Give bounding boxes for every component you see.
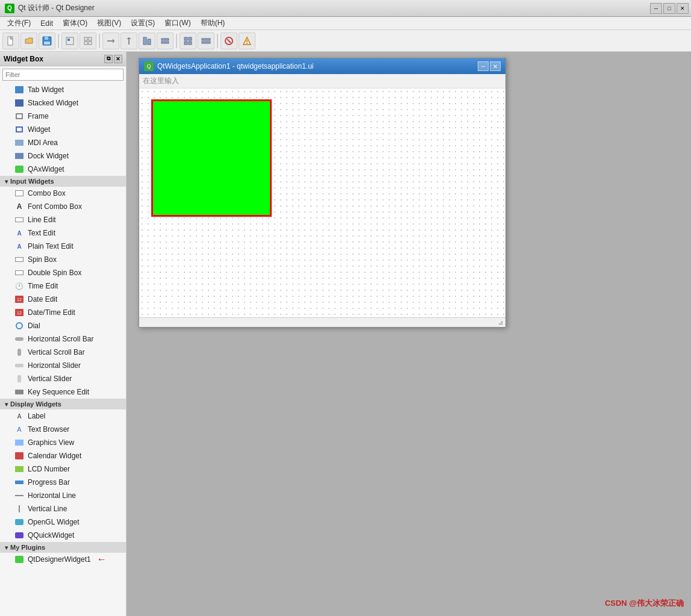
- widget-item-frame[interactable]: Frame: [0, 110, 126, 123]
- category-display-widgets[interactable]: Display Widgets: [0, 399, 126, 409]
- widget-item-datetime-edit[interactable]: 12 Date/Time Edit: [0, 306, 126, 319]
- toolbar-btn5[interactable]: [80, 33, 96, 49]
- widget-item-text-edit[interactable]: A Text Edit: [0, 226, 126, 240]
- menu-window[interactable]: 窗口(W): [160, 17, 195, 30]
- menu-settings[interactable]: 设置(S): [126, 17, 160, 30]
- toolbar-btn4[interactable]: [61, 33, 78, 49]
- widget-item-font-combo-box[interactable]: A Font Combo Box: [0, 200, 126, 213]
- widget-item-horizontal-line[interactable]: Horizontal Line: [0, 489, 126, 502]
- widget-item-horizontal-slider[interactable]: Horizontal Slider: [0, 359, 126, 372]
- widget-item-vertical-slider[interactable]: Vertical Slider: [0, 372, 126, 385]
- toolbar-new[interactable]: [2, 33, 19, 49]
- canvas-area: Q QtWidgetsApplication1 - qtwidgetsappli…: [127, 52, 691, 616]
- toolbar-btn13[interactable]: [239, 33, 255, 49]
- toolbar-btn9[interactable]: [157, 33, 174, 49]
- svg-rect-23: [202, 42, 210, 43]
- toolbar-btn6[interactable]: [102, 33, 119, 49]
- menu-file[interactable]: 文件(F): [2, 17, 36, 30]
- widget-item-label[interactable]: A Label: [0, 409, 126, 423]
- svg-point-28: [246, 43, 248, 44]
- progress-bar-icon: [14, 478, 24, 487]
- toolbar-open[interactable]: [20, 33, 37, 49]
- toolbar-btn8[interactable]: [139, 33, 155, 49]
- widget-item-stacked-widget[interactable]: Stacked Widget: [0, 96, 126, 110]
- widget-item-double-spin-box[interactable]: Double Spin Box: [0, 266, 126, 279]
- svg-rect-3: [44, 42, 50, 45]
- filter-input[interactable]: [2, 69, 124, 81]
- widget-item-dock-widget[interactable]: Dock Widget: [0, 149, 126, 163]
- category-input-widgets[interactable]: Input Widgets: [0, 176, 126, 187]
- widget-item-qaxwidget[interactable]: QAxWidget: [0, 163, 126, 176]
- widget-item-widget[interactable]: Widget: [0, 123, 126, 136]
- label-icon: A: [14, 411, 24, 421]
- close-button[interactable]: ✕: [677, 3, 689, 14]
- widget-item-combo-box[interactable]: Combo Box: [0, 187, 126, 200]
- menu-view[interactable]: 视图(V): [92, 17, 126, 30]
- svg-rect-5: [67, 39, 70, 41]
- svg-rect-7: [89, 37, 92, 40]
- widget-box-float-btn[interactable]: ⧉: [104, 55, 113, 63]
- menu-form[interactable]: 窗体(O): [58, 17, 92, 30]
- dial-icon: [14, 321, 24, 331]
- widget-box-header: Widget Box ⧉ ✕: [0, 52, 126, 66]
- widget-item-mdi-area[interactable]: MDI Area: [0, 136, 126, 149]
- toolbar-btn7[interactable]: [120, 33, 137, 49]
- svg-rect-21: [189, 42, 192, 45]
- widget-item-time-edit[interactable]: 🕐 Time Edit: [0, 279, 126, 293]
- svg-rect-9: [89, 42, 92, 45]
- text-edit-icon: A: [14, 228, 24, 238]
- widget-item-calendar-widget[interactable]: Calendar Widget: [0, 449, 126, 462]
- combo-box-icon: [14, 188, 24, 198]
- svg-marker-11: [113, 39, 114, 43]
- svg-rect-6: [84, 37, 87, 40]
- datetime-edit-icon: 12: [14, 308, 24, 317]
- widget-item-horizontal-scroll-bar[interactable]: Horizontal Scroll Bar: [0, 332, 126, 346]
- widget-item-date-edit[interactable]: 12 Date Edit: [0, 293, 126, 306]
- widget-item-progress-bar[interactable]: Progress Bar: [0, 476, 126, 489]
- menu-help[interactable]: 帮助(H): [196, 17, 230, 30]
- widget-icon: [14, 125, 24, 134]
- svg-rect-22: [202, 39, 210, 40]
- widget-item-opengl-widget[interactable]: OpenGL Widget: [0, 515, 126, 529]
- design-canvas-resize-handle[interactable]: ⊿: [139, 317, 505, 327]
- widget-item-plain-text-edit[interactable]: A Plain Text Edit: [0, 240, 126, 253]
- widget-item-line-edit[interactable]: Line Edit: [0, 213, 126, 226]
- toolbar-save[interactable]: [39, 33, 55, 49]
- key-sequence-edit-icon: [14, 387, 24, 397]
- menu-bar: 文件(F) Edit 窗体(O) 视图(V) 设置(S) 窗口(W) 帮助(H): [0, 17, 691, 30]
- widget-item-tab-widget[interactable]: Tab Widget: [0, 83, 126, 96]
- design-window-close[interactable]: ✕: [490, 61, 501, 71]
- widget-item-vertical-scroll-bar[interactable]: Vertical Scroll Bar: [0, 346, 126, 359]
- svg-rect-18: [184, 37, 187, 40]
- green-widget[interactable]: [151, 99, 272, 217]
- svg-rect-20: [184, 42, 187, 45]
- toolbar-btn10[interactable]: [180, 33, 196, 49]
- widget-item-lcd-number[interactable]: LCD Number: [0, 462, 126, 476]
- minimize-button[interactable]: ─: [650, 3, 662, 14]
- widget-box-close-btn[interactable]: ✕: [114, 55, 122, 63]
- design-canvas[interactable]: [139, 89, 505, 317]
- widget-list: Tab Widget Stacked Widget Frame Widget M…: [0, 83, 126, 616]
- widget-box-title: Widget Box: [4, 55, 43, 63]
- widget-item-graphics-view[interactable]: Graphics View: [0, 436, 126, 449]
- design-window-title-text: QtWidgetsApplication1 - qtwidgetsapplica…: [157, 62, 313, 70]
- widget-item-vertical-line[interactable]: Vertical Line: [0, 502, 126, 515]
- double-spin-box-icon: [14, 268, 24, 278]
- toolbar-btn11[interactable]: [198, 33, 214, 49]
- widget-item-text-browser[interactable]: A Text Browser: [0, 423, 126, 436]
- toolbar-separator-2: [99, 34, 100, 48]
- design-window-title-left: Q QtWidgetsApplication1 - qtwidgetsappli…: [144, 61, 313, 71]
- widget-item-key-sequence-edit[interactable]: Key Sequence Edit: [0, 385, 126, 399]
- widget-item-qtdesignerwidget1[interactable]: QtDesignerWidget1 ←: [0, 553, 126, 566]
- widget-item-qquickwidget[interactable]: QQuickWidget: [0, 529, 126, 542]
- toolbar-btn12[interactable]: [220, 33, 237, 49]
- category-my-plugins[interactable]: My Plugins: [0, 542, 126, 553]
- widget-item-dial[interactable]: Dial: [0, 319, 126, 332]
- menu-edit[interactable]: Edit: [36, 18, 58, 29]
- svg-rect-14: [143, 37, 146, 45]
- maximize-button[interactable]: □: [663, 3, 675, 14]
- widget-item-spin-box[interactable]: Spin Box: [0, 253, 126, 266]
- font-combo-box-icon: A: [14, 202, 24, 211]
- design-window-title-bar: Q QtWidgetsApplication1 - qtwidgetsappli…: [139, 58, 505, 74]
- design-window-minimize[interactable]: ─: [478, 61, 489, 71]
